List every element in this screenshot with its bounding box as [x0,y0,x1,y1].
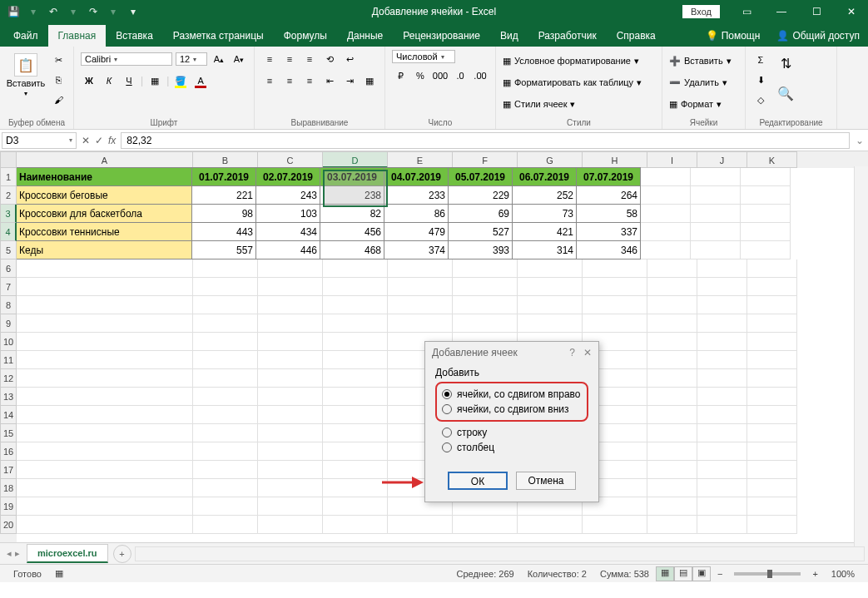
cell[interactable] [193,406,258,424]
clear-icon[interactable]: ◇ [752,91,769,108]
sheet-nav-last-icon[interactable]: ▸ [15,548,20,559]
row-header[interactable]: 14 [0,406,17,424]
sheet-nav-first-icon[interactable]: ◂ [7,548,12,559]
cell[interactable] [697,516,747,534]
cell[interactable]: 233 [384,185,449,205]
column-header[interactable]: H [583,151,647,168]
cell[interactable] [641,205,691,223]
cell[interactable] [647,351,697,369]
column-header[interactable]: B [193,151,258,168]
row-header[interactable]: 7 [0,278,17,296]
cell[interactable] [258,369,323,388]
cell[interactable] [323,479,388,497]
tab-insert[interactable]: Вставка [106,25,163,47]
cell[interactable]: 374 [384,240,449,259]
cell[interactable]: 03.07.2019 [320,167,384,186]
comma-icon[interactable]: 000 [432,67,449,84]
cell[interactable] [17,406,193,424]
cell[interactable] [647,314,697,333]
cell[interactable]: 06.07.2019 [512,167,577,186]
column-header[interactable]: D [323,151,388,168]
signin-button[interactable]: Вход [682,5,720,18]
align-middle-icon[interactable]: ≡ [281,51,298,67]
cell[interactable] [323,388,388,406]
cell[interactable]: 456 [320,222,384,241]
cell[interactable] [747,314,797,333]
cell[interactable] [697,479,747,497]
tab-review[interactable]: Рецензирование [393,25,490,47]
cell[interactable] [388,296,453,314]
cell[interactable] [641,241,691,259]
sort-filter-icon[interactable]: ⇅ [774,52,797,75]
horizontal-scrollbar[interactable] [135,546,865,561]
cell[interactable]: Кроссовки для баскетбола [17,204,192,223]
cell[interactable] [193,424,258,442]
merge-center-icon[interactable]: ▦ [361,72,378,89]
cell[interactable] [518,259,583,278]
cell[interactable] [323,296,388,314]
row-header[interactable]: 2 [0,186,17,205]
cell[interactable] [691,168,741,186]
cell[interactable]: Кеды [17,240,192,259]
align-top-icon[interactable]: ≡ [261,51,278,67]
close-icon[interactable]: ✕ [835,0,868,23]
cell[interactable] [747,406,797,424]
cell[interactable] [193,497,258,516]
ok-button[interactable]: ОК [448,472,508,490]
cell[interactable] [747,278,797,296]
column-header[interactable]: E [388,151,453,168]
cell[interactable] [17,479,193,497]
tab-data[interactable]: Данные [337,25,393,47]
cell[interactable]: 02.07.2019 [255,167,320,186]
cell[interactable] [323,333,388,351]
cell[interactable] [258,314,323,333]
cell[interactable] [17,461,193,479]
cell[interactable]: 82 [320,204,384,223]
increase-indent-icon[interactable]: ⇥ [341,72,358,89]
increase-decimal-icon[interactable]: .0 [452,67,469,84]
cell[interactable] [747,333,797,351]
cell[interactable] [323,497,388,516]
cell[interactable] [747,461,797,479]
cut-icon[interactable]: ✂ [50,52,67,68]
cell[interactable] [453,296,518,314]
format-painter-icon[interactable]: 🖌 [50,91,67,108]
row-header[interactable]: 16 [0,442,17,461]
cell[interactable] [697,424,747,442]
row-header[interactable]: 15 [0,424,17,442]
undo-icon[interactable]: ↶ [45,3,62,20]
cell[interactable] [697,406,747,424]
cell[interactable] [258,497,323,516]
cell[interactable]: 468 [320,240,384,259]
radio-entire-column[interactable]: столбец [435,440,588,455]
cell[interactable] [258,351,323,369]
cell[interactable] [193,314,258,333]
cell[interactable] [258,516,323,534]
cell[interactable] [583,296,647,314]
bold-button[interactable]: Ж [81,72,97,89]
cell[interactable]: 446 [255,240,320,259]
conditional-formatting-button[interactable]: ▦ Условное форматирование ▾ [503,52,655,70]
row-header[interactable]: 17 [0,461,17,479]
zoom-level[interactable]: 100% [825,569,861,579]
cell[interactable] [323,516,388,534]
cell[interactable] [193,333,258,351]
cell[interactable]: 229 [448,185,513,205]
align-left-icon[interactable]: ≡ [261,72,278,89]
cell[interactable] [747,388,797,406]
delete-cells-button[interactable]: ➖ Удалить ▾ [669,73,738,91]
cell[interactable] [691,241,741,259]
maximize-icon[interactable]: ☐ [800,0,833,23]
copy-icon[interactable]: ⎘ [50,72,67,88]
align-right-icon[interactable]: ≡ [301,72,318,89]
cell[interactable] [697,351,747,369]
cell[interactable] [17,369,193,388]
column-header[interactable]: A [17,151,193,168]
cell[interactable] [323,278,388,296]
cell[interactable] [647,442,697,461]
cell[interactable]: 443 [191,222,256,241]
cell[interactable] [17,296,193,314]
cell[interactable] [697,461,747,479]
row-header[interactable]: 4 [0,223,17,241]
expand-formula-icon[interactable]: ⌄ [851,135,868,146]
